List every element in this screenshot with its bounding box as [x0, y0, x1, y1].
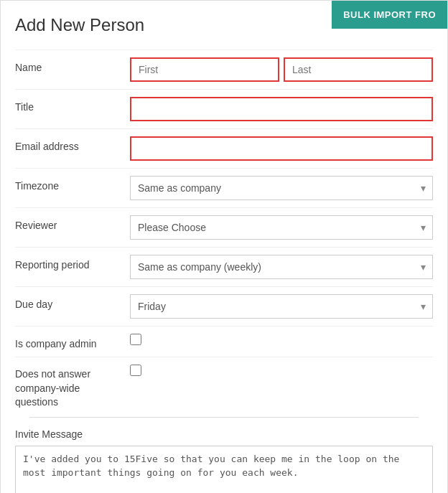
bulk-import-button[interactable]: BULK IMPORT FRO — [332, 1, 447, 29]
name-row: Name — [15, 50, 433, 89]
timezone-select[interactable]: Same as company UTC US/Eastern US/Pacifi… — [130, 176, 433, 200]
is-admin-checkbox[interactable] — [130, 334, 141, 345]
reporting-period-select-wrapper: Same as company (weekly) Weekly Bi-weekl… — [130, 255, 433, 279]
title-label: Title — [15, 97, 130, 113]
timezone-row: Timezone Same as company UTC US/Eastern … — [15, 168, 433, 207]
no-answer-checkbox[interactable] — [130, 365, 141, 376]
no-answer-checkbox-wrapper — [130, 365, 141, 376]
due-day-controls: Friday Monday Tuesday Wednesday Thursday… — [130, 294, 433, 319]
reviewer-select-wrapper: Please Choose — [130, 215, 433, 240]
due-day-select[interactable]: Friday Monday Tuesday Wednesday Thursday… — [130, 294, 433, 319]
due-day-label: Due day — [15, 294, 130, 310]
reviewer-select[interactable]: Please Choose — [130, 215, 433, 240]
timezone-select-wrapper: Same as company UTC US/Eastern US/Pacifi… — [130, 176, 433, 200]
reporting-period-row: Reporting period Same as company (weekly… — [15, 247, 433, 286]
email-label: Email address — [15, 136, 130, 152]
add-new-person-form: BULK IMPORT FRO Add New Person Name Titl… — [0, 0, 448, 493]
no-answer-controls — [130, 365, 433, 376]
reviewer-row: Reviewer Please Choose — [15, 207, 433, 247]
no-answer-label: Does not answer company-wide questions — [15, 365, 130, 410]
timezone-label: Timezone — [15, 176, 130, 192]
email-controls — [130, 136, 433, 161]
email-input[interactable] — [130, 136, 433, 161]
is-admin-controls — [130, 334, 433, 345]
no-answer-row: Does not answer company-wide questions — [15, 357, 433, 417]
is-admin-checkbox-wrapper — [130, 334, 141, 345]
invite-message-label: Invite Message — [15, 428, 433, 440]
email-row: Email address — [15, 128, 433, 168]
invite-message-textarea[interactable]: I've added you to 15Five so that you can… — [15, 446, 433, 493]
reviewer-label: Reviewer — [15, 215, 130, 231]
title-controls — [130, 97, 433, 121]
reporting-period-controls: Same as company (weekly) Weekly Bi-weekl… — [130, 255, 433, 279]
last-name-input[interactable] — [284, 57, 433, 82]
reporting-period-select[interactable]: Same as company (weekly) Weekly Bi-weekl… — [130, 255, 433, 279]
form-area: Name Title Email address Timezone — [1, 50, 447, 493]
title-input[interactable] — [130, 97, 433, 121]
invite-section: Invite Message I've added you to 15Five … — [15, 418, 433, 493]
title-row: Title — [15, 89, 433, 128]
first-name-input[interactable] — [130, 57, 279, 82]
reporting-period-label: Reporting period — [15, 255, 130, 271]
reviewer-controls: Please Choose — [130, 215, 433, 240]
due-day-row: Due day Friday Monday Tuesday Wednesday … — [15, 286, 433, 326]
name-controls — [130, 57, 433, 82]
due-day-select-wrapper: Friday Monday Tuesday Wednesday Thursday… — [130, 294, 433, 319]
is-admin-row: Is company admin — [15, 326, 433, 357]
timezone-controls: Same as company UTC US/Eastern US/Pacifi… — [130, 176, 433, 200]
name-label: Name — [15, 57, 130, 73]
is-admin-label: Is company admin — [15, 334, 130, 349]
